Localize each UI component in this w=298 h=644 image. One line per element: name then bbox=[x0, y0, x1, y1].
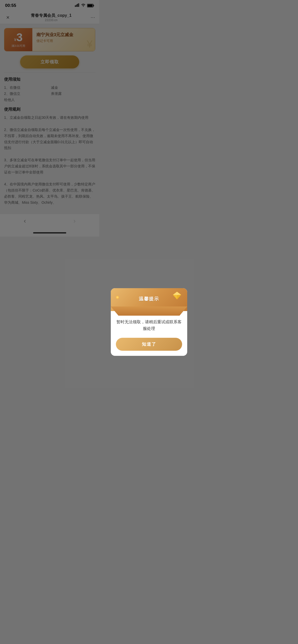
modal-overlay[interactable]: 温馨提示 暂时无法领取，请稍后重试或联系客服处理 知道了 bbox=[0, 0, 99, 237]
